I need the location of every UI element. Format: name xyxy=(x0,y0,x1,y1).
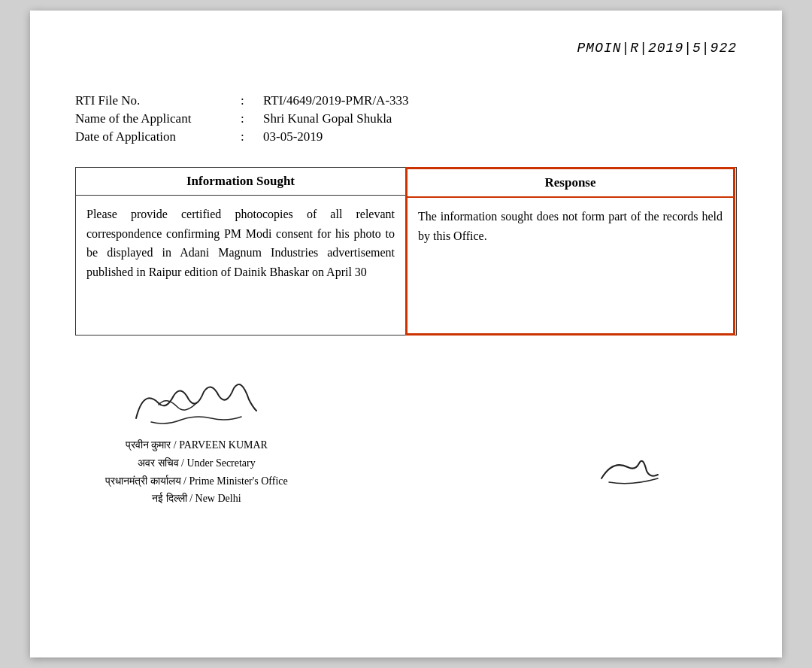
rti-value: RTI/4649/2019-PMR/A-333 xyxy=(263,93,409,108)
left-signature-image xyxy=(105,373,288,433)
left-signature: प्रवीन कुमार / PARVEEN KUMAR अवर सचिव / … xyxy=(105,373,288,508)
response-header: Response xyxy=(408,169,733,198)
date-label: Date of Application xyxy=(75,129,241,144)
response-column: Response The information sought does not… xyxy=(405,167,735,336)
date-row: Date of Application : 03-05-2019 xyxy=(75,129,737,144)
rti-row: RTI File No. : RTI/4649/2019-PMR/A-333 xyxy=(75,93,737,108)
signer-name-hindi: प्रवीन कुमार / PARVEEN KUMAR xyxy=(105,436,288,454)
application-date: 03-05-2019 xyxy=(263,129,323,144)
rti-colon: : xyxy=(241,93,263,108)
rti-label: RTI File No. xyxy=(75,93,241,108)
right-signature xyxy=(586,430,677,493)
date-colon: : xyxy=(241,129,263,144)
information-sought-column: Information Sought Please provide certif… xyxy=(76,168,406,335)
signer-org: प्रधानमंत्री कार्यालय / Prime Minister's… xyxy=(105,472,288,490)
response-body: The information sought does not form par… xyxy=(408,198,733,333)
left-signature-text: प्रवीन कुमार / PARVEEN KUMAR अवर सचिव / … xyxy=(105,436,288,508)
signer-title: अवर सचिव / Under Secretary xyxy=(105,454,288,472)
information-sought-header: Information Sought xyxy=(76,168,405,196)
information-sought-body: Please provide certified photocopies of … xyxy=(76,196,405,331)
signer-location: नई दिल्ली / New Delhi xyxy=(105,490,288,508)
header-section: RTI File No. : RTI/4649/2019-PMR/A-333 N… xyxy=(75,93,737,144)
reference-number: PMOIN|R|2019|5|922 xyxy=(75,41,737,56)
right-signature-image xyxy=(586,430,677,490)
name-label: Name of the Applicant xyxy=(75,111,241,126)
name-colon: : xyxy=(241,111,263,126)
information-table: Information Sought Please provide certif… xyxy=(75,167,737,336)
name-row: Name of the Applicant : Shri Kunal Gopal… xyxy=(75,111,737,126)
applicant-name: Shri Kunal Gopal Shukla xyxy=(263,111,392,126)
signature-section: प्रवीन कुमार / PARVEEN KUMAR अवर सचिव / … xyxy=(75,373,737,508)
document-page: PMOIN|R|2019|5|922 RTI File No. : RTI/46… xyxy=(30,11,782,657)
